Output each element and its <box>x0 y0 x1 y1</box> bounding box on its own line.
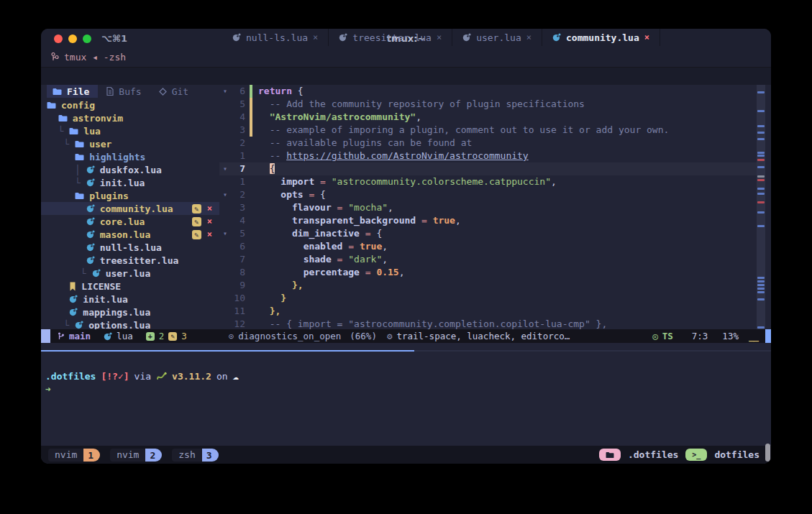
tmux-window-name: zsh <box>172 449 201 462</box>
line-number: 4 <box>231 214 250 227</box>
macos-scrollbar-thumb[interactable] <box>765 444 770 462</box>
folder-icon <box>75 140 84 148</box>
minimap-mark <box>757 179 765 181</box>
code-token: import <box>280 176 314 187</box>
fold-marker-icon[interactable]: ▾ <box>219 85 231 98</box>
pane-divider-active[interactable] <box>41 350 414 352</box>
tmux-window-number: 2 <box>145 449 162 462</box>
explorer-tab-file[interactable]: File <box>47 85 98 98</box>
gitsign-column <box>250 279 252 292</box>
close-icon[interactable]: × <box>437 32 442 42</box>
code-text: -- https://github.com/AstroNvim/astrocom… <box>258 150 529 162</box>
tree-guides: └ <box>47 139 75 150</box>
line-number: 2 <box>231 188 250 201</box>
line-number: 11 <box>231 305 250 318</box>
tree-item-mason.lua[interactable]: mason.lua✎× <box>41 228 219 241</box>
minimap-mark <box>757 138 765 140</box>
fold-column <box>219 240 231 253</box>
scrollbar-minimap[interactable] <box>757 85 765 329</box>
tree-item-init.lua[interactable]: init.lua <box>41 293 219 306</box>
close-icon[interactable]: × <box>526 32 532 42</box>
fold-marker-icon[interactable]: ▾ <box>219 162 231 175</box>
line-number: 6 <box>231 240 250 253</box>
tree-item-treesitter.lua[interactable]: treesitter.lua <box>41 254 219 267</box>
line-number: 9 <box>231 279 250 292</box>
lua-icon <box>104 332 112 341</box>
explorer-tab-git[interactable]: Git <box>153 85 197 98</box>
code-line: 6 enabled = true, <box>219 240 757 253</box>
code-line: 12 -- { import = "astrocommunity.complet… <box>219 318 757 329</box>
tree-item-null-ls.lua[interactable]: null-ls.lua <box>41 241 219 254</box>
statusline: main lua + 2 ✎ 3 ⊙ diagnostics_on_open (… <box>41 329 771 343</box>
close-icon[interactable]: × <box>644 32 649 42</box>
fold-column <box>219 266 231 279</box>
code-token: } <box>280 293 286 303</box>
code-token: -- example of imporing a plugin, comment… <box>270 124 670 135</box>
minimap-mark <box>757 132 765 134</box>
file-icon <box>106 87 114 96</box>
code-token: = <box>360 267 376 277</box>
tree-item-mappings.lua[interactable]: mappings.lua <box>41 306 219 318</box>
lua-icon <box>86 256 95 265</box>
close-buffer-icon[interactable]: × <box>207 229 212 239</box>
buffer-tab-community.lua[interactable]: community.lua× <box>542 29 660 46</box>
tmux-window-2[interactable]: nvim2 <box>110 449 162 462</box>
buffer-tab-user.lua[interactable]: user.lua× <box>452 29 542 46</box>
gitsign-column <box>250 175 252 188</box>
tree-item-community.lua[interactable]: community.lua✎× <box>41 202 219 215</box>
close-buffer-icon[interactable]: × <box>207 203 212 214</box>
tree-item-config[interactable]: config <box>41 98 219 111</box>
tree-item-init.lua[interactable]: └ init.lua <box>41 176 219 189</box>
lua-icon <box>92 269 101 277</box>
pane-divider[interactable] <box>414 350 771 352</box>
tree-item-label: config <box>61 100 95 111</box>
tmux-window-1[interactable]: nvim1 <box>48 449 100 462</box>
code-editor[interactable]: ▾6return {5 -- Add the community reposit… <box>219 85 757 329</box>
tree-item-astronvim[interactable]: astronvim <box>41 111 219 124</box>
line-number: 10 <box>231 292 250 305</box>
code-token: }, <box>270 306 281 316</box>
folder-chip <box>599 449 621 461</box>
gitsign-column <box>250 240 252 253</box>
tree-guides <box>47 281 69 292</box>
code-line: 1 import = "astrocommunity.colorscheme.c… <box>219 175 757 188</box>
line-number: 2 <box>231 137 250 150</box>
close-buffer-icon[interactable]: × <box>207 216 212 226</box>
folder-icon <box>75 192 84 200</box>
tree-item-user.lua[interactable]: └ user.lua <box>41 267 219 280</box>
tree-item-user[interactable]: └ user <box>41 137 219 150</box>
code-token: { <box>376 228 382 239</box>
gitsign-column <box>250 266 252 279</box>
code-token: = <box>416 215 432 226</box>
tree-item-duskfox.lua[interactable]: │ duskfox.lua <box>41 163 219 176</box>
explorer-tab-bufs[interactable]: Bufs <box>101 85 150 98</box>
fold-marker-icon[interactable]: ▾ <box>219 188 231 201</box>
tree-item-LICENSE[interactable]: LICENSE <box>41 280 219 293</box>
line-number: 1 <box>231 175 250 188</box>
tree-item-highlights[interactable]: highlights <box>41 150 219 163</box>
tree-item-core.lua[interactable]: core.lua✎× <box>41 215 219 228</box>
cursor-indicator: __ <box>749 331 758 341</box>
shell-pane[interactable]: .dotfiles [!?✓] via v3.11.2 on ☁ ➜ <box>41 343 771 446</box>
tree-item-options.lua[interactable]: └ options.lua <box>41 318 219 329</box>
branch-name: main <box>69 331 91 341</box>
buffer-tab-null-ls.lua[interactable]: null-ls.lua× <box>222 29 329 46</box>
minimap-mark <box>757 125 765 127</box>
tree-item-plugins[interactable]: plugins <box>41 189 219 202</box>
tree-item-lua[interactable]: └ lua <box>41 124 219 137</box>
scroll-percent: 13% <box>722 331 739 341</box>
code-text: opts = { <box>258 188 326 201</box>
text-cursor: { <box>270 163 275 174</box>
terminal-tab[interactable]: tmux ◂ -zsh <box>51 52 126 63</box>
code-token: , <box>416 111 421 122</box>
fold-column <box>219 318 231 329</box>
gitsign-column <box>250 214 252 227</box>
fold-marker-icon[interactable]: ▾ <box>219 227 231 240</box>
tmux-window-3[interactable]: zsh3 <box>172 449 218 462</box>
code-token: "astrocommunity.colorscheme.catppuccin" <box>332 176 551 187</box>
close-icon[interactable]: × <box>313 32 318 42</box>
buffer-tab-treesitter.lua[interactable]: treesitter.lua× <box>329 29 452 46</box>
diagnostics-percent: (66%) <box>350 331 377 341</box>
tree-guides <box>47 242 86 253</box>
tree-item-badges: ✎× <box>192 216 212 226</box>
